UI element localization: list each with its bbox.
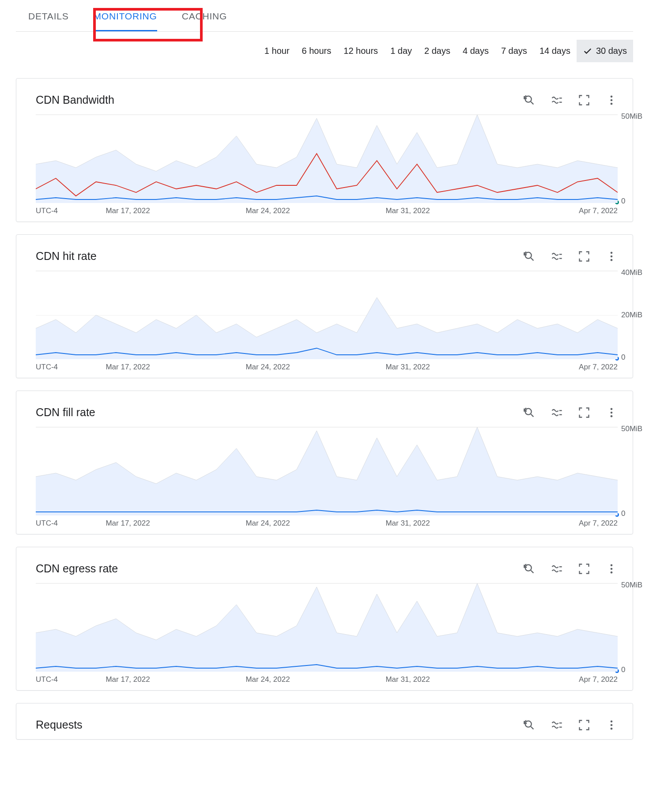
- svg-point-20: [611, 415, 613, 417]
- svg-point-14: [525, 408, 532, 414]
- chart-card-egress: CDN egress rate 50MiB 0 UTC-4 Mar 17, 20…: [16, 547, 633, 691]
- reset-zoom-icon[interactable]: [523, 406, 536, 419]
- x-axis-tz: UTC-4: [36, 675, 58, 684]
- svg-line-1: [531, 102, 534, 104]
- y-axis-max: 50MiB: [621, 425, 642, 433]
- y-axis-min: 0: [621, 509, 625, 518]
- time-range-4d[interactable]: 4 days: [457, 40, 495, 62]
- time-range-1h[interactable]: 1 hour: [258, 40, 296, 62]
- y-axis-max: 40MiB: [621, 268, 642, 277]
- more-icon[interactable]: [605, 563, 618, 575]
- fullscreen-icon[interactable]: [578, 719, 590, 731]
- tab-monitoring[interactable]: MONITORING: [81, 11, 170, 31]
- chart-card-requests: Requests: [16, 703, 633, 740]
- time-range-14d[interactable]: 14 days: [533, 40, 577, 62]
- tab-caching[interactable]: CACHING: [170, 11, 239, 31]
- more-icon[interactable]: [605, 94, 618, 106]
- svg-point-18: [611, 408, 613, 410]
- reset-zoom-icon[interactable]: [523, 94, 536, 106]
- check-icon: [583, 46, 592, 56]
- y-axis-min: 0: [621, 665, 625, 674]
- x-axis: UTC-4 Mar 17, 2022 Mar 24, 2022 Mar 31, …: [36, 515, 618, 530]
- y-axis-min: 0: [621, 197, 625, 206]
- time-range-6h[interactable]: 6 hours: [296, 40, 338, 62]
- more-icon[interactable]: [605, 250, 618, 263]
- chart-title: Requests: [36, 718, 83, 731]
- svg-point-5: [611, 99, 613, 101]
- tab-bar: DETAILS MONITORING CACHING: [16, 0, 633, 32]
- svg-point-32: [611, 720, 613, 722]
- tab-details[interactable]: DETAILS: [16, 11, 81, 31]
- svg-point-4: [611, 95, 613, 98]
- svg-line-29: [531, 726, 534, 729]
- y-axis-mid: 20MiB: [621, 311, 642, 320]
- reset-zoom-icon[interactable]: [523, 719, 536, 731]
- time-range-2d[interactable]: 2 days: [418, 40, 457, 62]
- fullscreen-icon[interactable]: [578, 563, 590, 575]
- svg-point-13: [611, 259, 613, 261]
- more-icon[interactable]: [605, 406, 618, 419]
- chart-canvas[interactable]: 50MiB 0: [36, 115, 618, 203]
- time-range-30d[interactable]: 30 days: [577, 40, 633, 62]
- svg-point-34: [611, 727, 613, 729]
- fullscreen-icon[interactable]: [578, 406, 590, 419]
- time-range-12h[interactable]: 12 hours: [337, 40, 384, 62]
- x-axis: UTC-4 Mar 17, 2022 Mar 24, 2022 Mar 31, …: [36, 359, 618, 373]
- more-icon[interactable]: [605, 719, 618, 731]
- chart-canvas[interactable]: 50MiB 0: [36, 583, 618, 672]
- svg-point-19: [611, 411, 613, 414]
- svg-point-12: [611, 255, 613, 257]
- svg-point-6: [611, 102, 613, 105]
- reset-zoom-icon[interactable]: [523, 563, 536, 575]
- x-axis-tz: UTC-4: [36, 519, 58, 528]
- time-range-selector: 1 hour 6 hours 12 hours 1 day 2 days 4 d…: [16, 32, 633, 66]
- x-axis-tz: UTC-4: [36, 363, 58, 372]
- chart-title: CDN hit rate: [36, 250, 97, 263]
- svg-line-22: [531, 570, 534, 573]
- chart-card-hitrate: CDN hit rate 40MiB 20MiB 0 UTC-4 Mar 17,…: [16, 234, 633, 378]
- chart-card-bandwidth: CDN Bandwidth 50MiB 0 UTC-4 Mar 17, 2022…: [16, 78, 633, 222]
- legend-icon[interactable]: [551, 406, 563, 419]
- svg-point-26: [611, 568, 613, 570]
- y-axis-min: 0: [621, 353, 625, 362]
- x-axis: UTC-4 Mar 17, 2022 Mar 24, 2022 Mar 31, …: [36, 203, 618, 217]
- reset-zoom-icon[interactable]: [523, 250, 536, 263]
- fullscreen-icon[interactable]: [578, 250, 590, 263]
- svg-point-11: [611, 252, 613, 254]
- svg-point-25: [611, 564, 613, 566]
- x-axis: UTC-4 Mar 17, 2022 Mar 24, 2022 Mar 31, …: [36, 672, 618, 686]
- svg-point-27: [611, 571, 613, 573]
- legend-icon[interactable]: [551, 94, 563, 106]
- chart-canvas[interactable]: 40MiB 20MiB 0: [36, 271, 618, 359]
- legend-icon[interactable]: [551, 719, 563, 731]
- time-range-1d[interactable]: 1 day: [384, 40, 418, 62]
- y-axis-max: 50MiB: [621, 581, 642, 590]
- chart-card-fillrate: CDN fill rate 50MiB 0 UTC-4 Mar 17, 2022…: [16, 391, 633, 534]
- svg-line-8: [531, 258, 534, 260]
- svg-point-33: [611, 724, 613, 726]
- x-axis-tz: UTC-4: [36, 207, 58, 215]
- chart-title: CDN fill rate: [36, 406, 95, 419]
- legend-icon[interactable]: [551, 250, 563, 263]
- chart-title: CDN egress rate: [36, 562, 118, 575]
- fullscreen-icon[interactable]: [578, 94, 590, 106]
- chart-canvas[interactable]: 50MiB 0: [36, 427, 618, 515]
- svg-point-7: [525, 252, 532, 258]
- legend-icon[interactable]: [551, 563, 563, 575]
- time-range-7d[interactable]: 7 days: [495, 40, 533, 62]
- chart-title: CDN Bandwidth: [36, 94, 114, 106]
- svg-line-15: [531, 414, 534, 417]
- svg-point-0: [525, 96, 532, 102]
- y-axis-max: 50MiB: [621, 112, 642, 121]
